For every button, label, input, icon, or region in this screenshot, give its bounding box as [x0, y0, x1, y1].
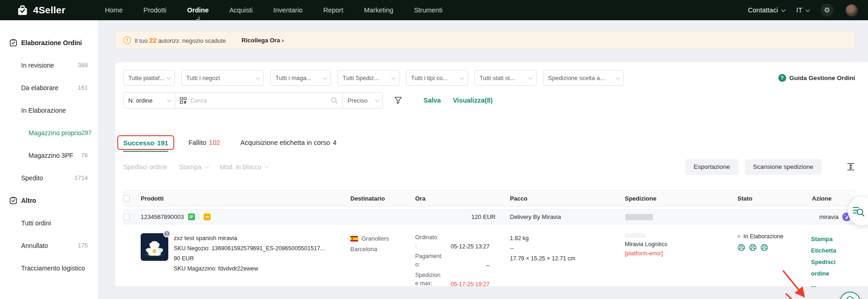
warning-icon: !	[123, 36, 131, 44]
select-all-checkbox[interactable]	[123, 195, 130, 201]
sidebar-item-in-elaborazione[interactable]: In Elaborazione	[0, 99, 98, 121]
sidebar: Elaborazione Ordini In revisione388 Da e…	[0, 20, 98, 299]
col-header-ora: Ora	[415, 195, 507, 202]
nav-item-prodotti[interactable]: Prodotti	[143, 5, 166, 16]
sidebar-item-annullato[interactable]: Annullato175	[0, 234, 98, 257]
row-height-icon[interactable]	[846, 162, 855, 171]
sidebar-item-altro[interactable]: Altro	[0, 189, 98, 212]
package-dimensions: 17.79 × 15.25 × 12.71 cm	[510, 253, 622, 264]
censored-block	[625, 233, 646, 238]
product-thumbnail[interactable]: 1	[141, 233, 168, 261]
main-area: ! Il tuo22autorizz. negozio scadute Rico…	[98, 20, 868, 299]
filter-funnel-icon[interactable]	[394, 97, 402, 104]
brand-logo[interactable]: 4Seller	[17, 4, 65, 16]
ship-order-action[interactable]: Spedisci ordine	[811, 256, 855, 279]
export-button[interactable]: Esportazione	[685, 159, 738, 175]
language-menu[interactable]: IT	[796, 6, 809, 14]
chevron-down-icon	[205, 164, 209, 168]
contact-menu[interactable]: Contattaci	[748, 6, 784, 14]
sidebar-item-magazzino-3pf[interactable]: Magazzino 3PF76	[0, 144, 98, 167]
printer-icons	[737, 244, 810, 251]
search-input[interactable]	[190, 97, 327, 104]
tab-successo[interactable]: Successo191	[123, 139, 168, 152]
view-saved-button[interactable]: Visualizza(8)	[453, 97, 493, 104]
platform-filter[interactable]: Tutte piattaf...	[123, 70, 175, 86]
clipboard-check-icon	[9, 39, 17, 47]
note-icon[interactable]	[188, 213, 195, 220]
scan-shipment-button[interactable]: Scansione spedizione	[745, 159, 822, 175]
package-volume: --	[510, 243, 622, 253]
chevron-down-icon	[616, 75, 620, 80]
orders-guide-link[interactable]: ? Guida Gestione Ordini	[778, 74, 855, 82]
order-checkbox[interactable]	[123, 214, 130, 220]
print-label-action[interactable]: Stampa Etichetta	[811, 233, 855, 256]
chevron-down-icon	[528, 75, 533, 80]
expired-count: 22	[149, 36, 157, 44]
tab-fallito[interactable]: Fallito102	[188, 139, 220, 152]
sidebar-item-tracciamento-logistico[interactable]: Tracciamento logistico	[0, 257, 98, 279]
col-header-pacco: Pacco	[507, 195, 622, 202]
nav-item-home[interactable]: Home	[105, 5, 123, 16]
chevron-down-icon	[196, 17, 200, 20]
match-mode-select[interactable]: Preciso	[343, 92, 383, 109]
more-actions[interactable]: ...	[811, 279, 855, 291]
save-filter-button[interactable]: Salva	[423, 97, 441, 104]
type-filter[interactable]: Tutti i tipi co...	[406, 70, 468, 86]
censored-block	[625, 214, 653, 220]
chevron-down-icon	[264, 164, 269, 168]
nav-item-strumenti[interactable]: Strumenti	[414, 5, 442, 16]
bulk-edit-button[interactable]: Mod. in blocco	[220, 163, 268, 171]
carrier-filter[interactable]: Tutti Spediz...	[337, 70, 400, 86]
printer-icon[interactable]	[737, 244, 745, 251]
search-list-icon	[852, 205, 865, 218]
col-header-stato: Stato	[733, 195, 810, 202]
chevron-down-icon	[323, 75, 327, 80]
chevron-down-icon	[781, 7, 786, 12]
recipient-province: Barcelona	[350, 244, 415, 254]
chevron-down-icon	[256, 75, 260, 80]
nav-item-ordine[interactable]: Ordine	[187, 5, 209, 16]
tab-acquisizione-etichetta[interactable]: Acquisizione etichetta in corso4	[240, 139, 337, 152]
reconnect-link[interactable]: Ricollega Ora ›	[241, 37, 284, 44]
result-tabs: Successo191 Fallito102 Acquisizione etic…	[123, 132, 855, 152]
sidebar-item-spedito[interactable]: Spedito1714	[0, 167, 98, 189]
avatar[interactable]	[845, 4, 858, 17]
bulk-ship-button[interactable]: Spedisci ordine	[123, 163, 167, 171]
sidebar-item-magazzino-proprio[interactable]: Magazzino proprio297	[0, 121, 98, 144]
sidebar-item-tutti-ordini[interactable]: Tutti ordini	[0, 212, 98, 234]
shipping-choice-filter[interactable]: Spedizione scelta a...	[543, 70, 624, 86]
package-weight: 1.82 kg	[510, 233, 622, 243]
bulk-print-button[interactable]: Stampa	[179, 163, 208, 171]
search-row: N. ordine Preciso Salva Visualizza(8)	[123, 92, 855, 109]
chevron-down-icon	[805, 7, 810, 12]
orders-panel: Tutte piattaf... Tutti i negozi Tutti i …	[115, 62, 868, 286]
printer-icon[interactable]	[760, 244, 768, 251]
sidebar-item-elaborazione-ordini[interactable]: Elaborazione Ordini	[0, 31, 98, 54]
sidebar-item-in-revisione[interactable]: In revisione388	[0, 54, 98, 76]
chevron-down-icon	[460, 75, 464, 80]
clipboard-check-icon	[9, 196, 17, 205]
warehouse-filter[interactable]: Tutti i maga...	[270, 70, 331, 86]
scan-grid-icon[interactable]	[180, 97, 187, 104]
store-filter[interactable]: Tutti i negozi	[181, 70, 264, 86]
chevron-down-icon	[375, 98, 379, 102]
platform-name: miravia	[819, 213, 839, 220]
nav-item-inventario[interactable]: Inventario	[273, 5, 303, 16]
order-number: 1234567890003	[141, 213, 184, 220]
nav-item-marketing[interactable]: Marketing	[364, 5, 394, 16]
search-field-select[interactable]: N. ordine	[123, 92, 175, 109]
search-icon[interactable]	[331, 97, 338, 104]
carrier-name: Miravia Logistics	[625, 241, 733, 247]
status-filter[interactable]: Tutti stati st...	[474, 70, 537, 86]
nav-item-acquisti[interactable]: Acquisti	[229, 5, 253, 16]
sidebar-item-da-elaborare[interactable]: Da elaborare161	[0, 76, 98, 99]
printer-icon[interactable]	[749, 244, 757, 251]
settings-button[interactable]: ⚙	[821, 4, 834, 17]
spain-flag-icon	[350, 236, 358, 242]
filter-row: Tutte piattaf... Tutti i negozi Tutti i …	[123, 70, 855, 86]
nav-item-report[interactable]: Report	[323, 5, 343, 16]
search-box	[175, 92, 343, 109]
product-sku-shop: SKU Negozio: 1369061592579691_ES-2086500…	[174, 243, 325, 253]
bookmark-icon[interactable]	[204, 213, 211, 220]
top-navigation: 4Seller Home Prodotti Ordine Acquisti In…	[0, 0, 868, 20]
